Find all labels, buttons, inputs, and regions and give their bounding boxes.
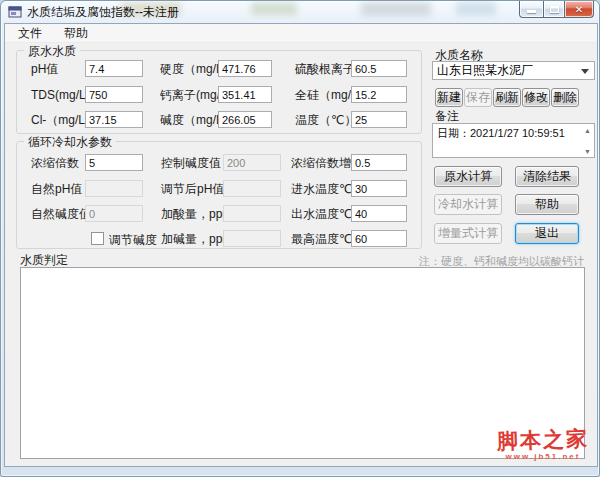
outlet-temp-label: 出水温度℃ <box>291 207 352 221</box>
water-name-label: 水质名称 <box>435 48 483 62</box>
remark-label: 备注 <box>435 109 459 123</box>
watermark-url: www.jb51.net <box>497 453 589 461</box>
close-button[interactable]: ✕ <box>565 1 594 18</box>
cooling-water-groupbox-title: 循环冷却水参数 <box>24 135 116 149</box>
hardness-field[interactable] <box>218 60 272 77</box>
inlet-temp-label: 进水温度℃ <box>291 182 352 196</box>
remark-textarea[interactable]: 日期：2021/1/27 10:59:51 <box>432 123 595 158</box>
refresh-button[interactable]: 刷新 <box>493 88 521 107</box>
menubar: 文件 帮助 <box>5 24 597 43</box>
menu-item-file[interactable]: 文件 <box>7 23 53 44</box>
temperature-label: 温度（℃） <box>295 113 356 127</box>
natural-alkalinity-label: 自然碱度值 <box>31 207 91 221</box>
watermark: 脚本之家 www.jb51.net <box>497 429 589 461</box>
calcium-field[interactable] <box>218 86 272 103</box>
save-button: 保存 <box>464 88 492 107</box>
client-area: 文件 帮助 原水水质 pH值 硬度（mg/L） 硫酸根离子 TDS(mg/L) … <box>4 23 598 467</box>
outlet-temp-field[interactable] <box>351 205 407 222</box>
clear-results-button[interactable]: 清除结果 <box>515 166 579 187</box>
raw-water-groupbox: 原水水质 pH值 硬度（mg/L） 硫酸根离子 TDS(mg/L) 钙离子(mg… <box>16 50 422 134</box>
exit-button[interactable]: 退出 <box>515 223 579 244</box>
new-button[interactable]: 新建 <box>435 88 463 107</box>
cooling-water-groupbox: 循环冷却水参数 浓缩倍数 控制碱度值 浓缩倍数增幅 自然pH值 调节后pH值 进… <box>16 141 422 249</box>
tds-label: TDS(mg/L) <box>31 88 90 102</box>
ratio-increment-field[interactable] <box>351 154 407 171</box>
water-name-selected: 山东日照某水泥厂 <box>437 63 533 77</box>
window-title: 水质结垢及腐蚀指数--未注册 <box>27 1 179 23</box>
max-temp-label: 最高温度℃ <box>291 232 352 246</box>
close-icon: ✕ <box>575 2 583 17</box>
main-content: 原水水质 pH值 硬度（mg/L） 硫酸根离子 TDS(mg/L) 钙离子(mg… <box>5 43 597 465</box>
control-alkalinity-label: 控制碱度值 <box>161 156 221 170</box>
app-window: 水质结垢及腐蚀指数--未注册 ✕ 文件 帮助 原水水质 pH值 硬度（mg/ <box>0 0 600 477</box>
menu-item-help[interactable]: 帮助 <box>53 23 99 44</box>
alkali-dose-field <box>223 230 281 247</box>
remark-text: 日期：2021/1/27 10:59:51 <box>437 127 565 139</box>
watermark-name: 脚本之家 <box>497 427 590 451</box>
concentration-ratio-field[interactable] <box>85 154 143 171</box>
max-temp-field[interactable] <box>351 230 407 247</box>
adjust-alkalinity-label[interactable]: 调节碱度 <box>109 233 157 247</box>
judgement-title: 水质判定 <box>20 253 68 267</box>
natural-ph-label: 自然pH值 <box>31 182 82 196</box>
cooling-water-calc-button: 冷却水计算 <box>434 194 502 215</box>
app-icon <box>8 5 22 19</box>
dropdown-arrow-icon <box>581 69 589 78</box>
tds-field[interactable] <box>85 86 143 103</box>
modify-button[interactable]: 修改 <box>522 88 550 107</box>
control-alkalinity-field <box>223 154 281 171</box>
scroll-down-icon[interactable]: ▼ <box>584 148 591 155</box>
incremental-calc-button: 增量式计算 <box>434 223 502 244</box>
silica-field[interactable] <box>351 86 407 103</box>
temperature-field[interactable] <box>351 111 407 128</box>
help-button[interactable]: 帮助 <box>515 194 579 215</box>
ph-label: pH值 <box>31 62 58 76</box>
alkali-dose-label: 加碱量，ppm <box>161 232 232 246</box>
adjust-alkalinity-checkbox[interactable] <box>91 232 104 245</box>
minimize-icon <box>527 10 536 13</box>
natural-alkalinity-field <box>85 205 143 222</box>
maximize-button[interactable] <box>543 1 565 18</box>
chloride-field[interactable] <box>85 111 143 128</box>
raw-water-calc-button[interactable]: 原水计算 <box>434 166 502 187</box>
natural-ph-field <box>85 180 143 197</box>
titlebar[interactable]: 水质结垢及腐蚀指数--未注册 ✕ <box>1 1 599 23</box>
window-controls: ✕ <box>519 1 594 19</box>
adjusted-ph-field <box>223 180 281 197</box>
delete-button[interactable]: 删除 <box>551 88 579 107</box>
alkalinity-field[interactable] <box>218 111 272 128</box>
acid-dose-label: 加酸量，ppm <box>161 207 232 221</box>
minimize-button[interactable] <box>519 1 543 18</box>
sulfate-field[interactable] <box>351 60 407 77</box>
raw-water-groupbox-title: 原水水质 <box>24 44 80 58</box>
water-name-select[interactable]: 山东日照某水泥厂 <box>432 61 595 80</box>
ph-field[interactable] <box>85 60 143 77</box>
inlet-temp-field[interactable] <box>351 180 407 197</box>
concentration-ratio-label: 浓缩倍数 <box>31 156 79 170</box>
adjusted-ph-label: 调节后pH值 <box>161 182 224 196</box>
scroll-up-icon[interactable]: ▲ <box>584 127 591 134</box>
maximize-icon <box>550 6 559 13</box>
sulfate-label: 硫酸根离子 <box>295 62 355 76</box>
acid-dose-field <box>223 205 281 222</box>
